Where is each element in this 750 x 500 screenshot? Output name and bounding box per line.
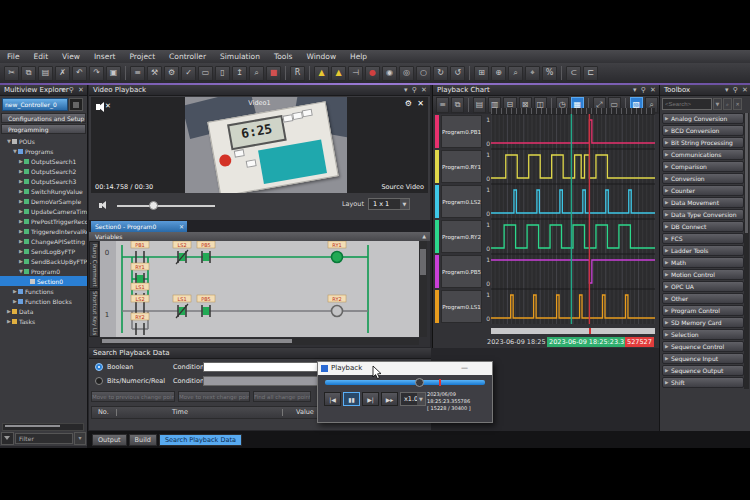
toolbox-category-bcd-conversion[interactable]: BCD Conversion: [662, 125, 744, 136]
tree-item-outputsearch3[interactable]: ▶OutputSearch3: [0, 176, 87, 186]
next-frame-button[interactable]: ▶|: [362, 392, 379, 406]
menu-simulation[interactable]: Simulation: [213, 52, 267, 61]
volume-slider[interactable]: [117, 205, 215, 207]
tab-close-icon[interactable]: ✕: [179, 221, 184, 232]
filter-options-button[interactable]: ▾: [74, 432, 86, 445]
video-viewport[interactable]: 6:25 ✕ Video1 ⚙ ✕ 00:14.758 /: [91, 97, 428, 193]
monitor2-icon[interactable]: ▯: [215, 66, 230, 81]
toolbox-search-dropdown[interactable]: ▼: [713, 98, 722, 110]
check-icon[interactable]: ✓: [181, 66, 196, 81]
playback-seek-handle[interactable]: [415, 378, 424, 387]
boolean-radio[interactable]: [95, 363, 103, 371]
menu-file[interactable]: File: [0, 52, 27, 61]
toolbox-category-opc-ua[interactable]: OPC UA: [662, 281, 744, 292]
redo-icon[interactable]: ↷: [89, 66, 104, 81]
tree-item-triggeredintervalrec[interactable]: ▶TriggeredIntervalRec: [0, 226, 87, 236]
side-tab-shortcut-keys[interactable]: Shortcut Key Lis: [89, 290, 99, 337]
find-icon[interactable]: ⌕: [249, 66, 264, 81]
variables-bar[interactable]: Variables ▲: [89, 232, 430, 241]
numeric-radio[interactable]: [95, 377, 103, 385]
menu-help[interactable]: Help: [343, 52, 374, 61]
signal-row[interactable]: Program0.LS210: [435, 184, 491, 219]
step-over-icon[interactable]: ◎: [399, 66, 414, 81]
toolbox-category-communications[interactable]: Communications: [662, 149, 744, 160]
video-panel-icons[interactable]: ▾ ⚲ ✕: [404, 85, 428, 96]
group2-icon[interactable]: ⊏: [583, 66, 598, 81]
zoom-icon[interactable]: ⌕: [508, 66, 523, 81]
prev-frame-button[interactable]: |◀: [324, 392, 341, 406]
bottom-tab-build[interactable]: Build: [129, 434, 157, 446]
toolbox-category-motion-control[interactable]: Motion Control: [662, 269, 744, 280]
playback-minimize-icon[interactable]: —: [461, 362, 468, 375]
signal-row[interactable]: Program0.LS110: [435, 289, 491, 324]
toolbox-category-comparison[interactable]: Comparison: [662, 161, 744, 172]
menu-window[interactable]: Window: [299, 52, 343, 61]
stop-icon[interactable]: ■: [266, 66, 281, 81]
paste-icon[interactable]: ▤: [38, 66, 53, 81]
playback-popup[interactable]: Playback — x1.0 ▼ 2023/06/09 18:25:23.35…: [317, 361, 493, 423]
filter-input[interactable]: Filter: [15, 433, 73, 444]
tree-item-demovarsample[interactable]: ▶DemoVarSample: [0, 196, 87, 206]
tree-item-sendbackupbyftp[interactable]: ▶SendBackUpByFTP: [0, 256, 87, 266]
toolbox-category-data-type-conversion[interactable]: Data Type Conversion: [662, 209, 744, 220]
waveform-plot[interactable]: [491, 114, 655, 324]
toolbox-category-sd-memory-card[interactable]: SD Memory Card: [662, 317, 744, 328]
tree-item-sendlogbyftp[interactable]: ▶SendLogByFTP: [0, 246, 87, 256]
menu-project[interactable]: Project: [122, 52, 162, 61]
bottom-tab-output[interactable]: Output: [92, 434, 127, 446]
toolbox-category-ladder-tools[interactable]: Ladder Tools: [662, 245, 744, 256]
target-icon[interactable]: ⌖: [525, 66, 540, 81]
tree-item-section0[interactable]: Section0: [0, 276, 87, 286]
variables-collapse-icon[interactable]: ▲: [422, 232, 426, 241]
volume-icon[interactable]: [99, 201, 109, 210]
toolbox-category-sequence-output[interactable]: Sequence Output: [662, 365, 744, 376]
tree-item-preposttriggerrecor[interactable]: ▶PrePostTriggerRecor: [0, 216, 87, 226]
percent-icon[interactable]: %: [542, 66, 557, 81]
video-close-icon[interactable]: ✕: [417, 99, 424, 108]
list-icon[interactable]: ≡: [130, 66, 145, 81]
toolbox-category-math[interactable]: Math: [662, 257, 744, 268]
layout-dropdown-arrow[interactable]: ▼: [400, 199, 409, 209]
controller-dropdown[interactable]: new_Controller_0: [2, 98, 68, 111]
settings-icon[interactable]: ⚙: [164, 66, 179, 81]
section-configurations[interactable]: Configurations and Setup: [1, 113, 86, 123]
toolbox-category-shift[interactable]: Shift: [662, 377, 744, 388]
cut-icon[interactable]: ✂: [4, 66, 19, 81]
tree-item-outputsearch1[interactable]: ▶OutputSearch1: [0, 156, 87, 166]
search-button-1[interactable]: Move to previous change point: [91, 391, 175, 402]
menu-tools[interactable]: Tools: [267, 52, 299, 61]
col-no[interactable]: No.: [98, 407, 109, 417]
search-button-3[interactable]: Find all change points: [253, 391, 311, 402]
chart-hscrollbar[interactable]: [491, 328, 655, 334]
explorer-panel-icons[interactable]: ▾ ⚲ ✕: [61, 85, 85, 96]
tree-item-data[interactable]: ▶Data: [0, 306, 87, 316]
toolbox-category-analog-conversion[interactable]: Analog Conversion: [662, 113, 744, 124]
tree-item-updatecameratime[interactable]: ▶UpdateCameraTime: [0, 206, 87, 216]
menu-edit[interactable]: Edit: [27, 52, 56, 61]
chart-menu-icon[interactable]: ≡: [436, 97, 449, 113]
menu-view[interactable]: View: [55, 52, 87, 61]
insert-icon[interactable]: ▣: [106, 66, 121, 81]
tree-item-programs[interactable]: ▼Programs: [0, 146, 87, 156]
toolbox-category-fcs[interactable]: FCS: [662, 233, 744, 244]
refresh-icon[interactable]: ↻: [433, 66, 448, 81]
ladder-diagram-canvas[interactable]: 01PB1RY1LS1LS2PB5LS2RY2LS1PB5RY1RY2: [100, 241, 419, 337]
menu-controller[interactable]: Controller: [162, 52, 213, 61]
chart-layers-icon[interactable]: ⧉: [451, 97, 464, 113]
tree-item-program0[interactable]: ▼Program0: [0, 266, 87, 276]
toolbox-category-selection[interactable]: Selection: [662, 329, 744, 340]
breakpoint-icon[interactable]: ●: [365, 66, 380, 81]
tree-item-pous[interactable]: ▼POUs: [0, 136, 87, 146]
tree-item-switchrungvalue[interactable]: ▶SwitchRungValue: [0, 186, 87, 196]
tree-item-function-blocks[interactable]: ▶Function Blocks: [0, 296, 87, 306]
toolbox-category-db-connect[interactable]: DB Connect: [662, 221, 744, 232]
explorer-hscrollbar[interactable]: [2, 423, 84, 431]
zoom-in-icon[interactable]: ⊕: [491, 66, 506, 81]
chart-panel-icons[interactable]: ▾ ⚲ ✕: [633, 85, 657, 96]
chart-open-icon[interactable]: ▤: [473, 97, 486, 113]
signal-row[interactable]: Program0.RY110: [435, 149, 491, 184]
playback-popup-titlebar[interactable]: Playback —: [318, 362, 492, 375]
halt-icon[interactable]: ⊣: [348, 66, 363, 81]
toolbox-category-conversion[interactable]: Conversion: [662, 173, 744, 184]
menu-insert[interactable]: Insert: [87, 52, 123, 61]
